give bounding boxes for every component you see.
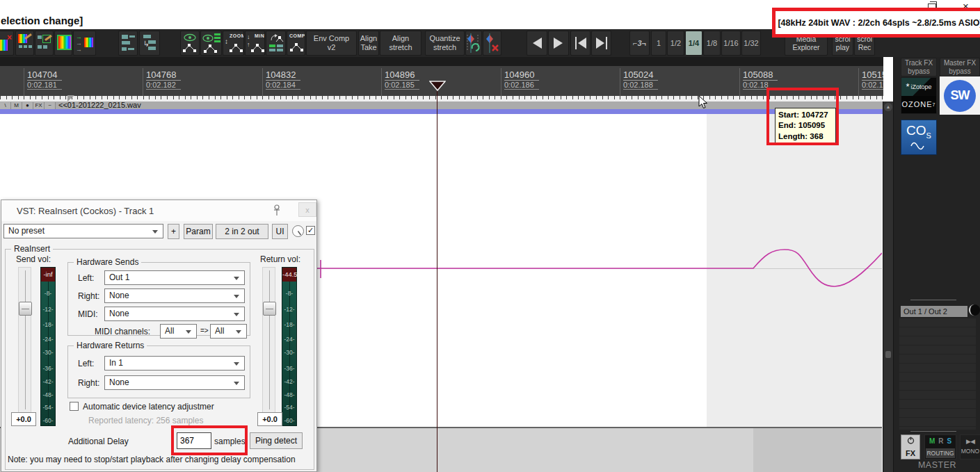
additional-delay-label: Additional Delay <box>68 437 129 446</box>
midi-ch-from-combobox[interactable]: All <box>160 324 197 339</box>
cos-plugin-tile[interactable]: COS <box>901 120 937 155</box>
send-fader-db[interactable]: +0.0 <box>11 412 36 426</box>
sw-logo-icon: SW <box>944 80 976 112</box>
enable-checkbox[interactable]: ✓ <box>306 226 315 235</box>
comp-envelope-button[interactable]: COMP <box>287 31 305 56</box>
quantize-stretch-button[interactable]: Quantize stretch <box>425 31 465 56</box>
eye-node-icon <box>182 33 198 54</box>
stretch-marker-undo-button[interactable] <box>465 31 482 56</box>
send-fader-thumb[interactable] <box>19 302 32 316</box>
paint-items-button[interactable] <box>35 31 54 56</box>
return-fader-thumb[interactable] <box>263 302 276 316</box>
down-arrow-icon: ↓ <box>247 33 250 40</box>
record-indicator[interactable]: R <box>938 437 943 445</box>
show-envelope-button[interactable] <box>180 31 200 56</box>
add-preset-button[interactable]: + <box>168 224 179 239</box>
align-stretch-button[interactable]: Align stretch <box>380 31 421 56</box>
solo-indicator[interactable]: S <box>947 437 951 445</box>
layout-a-button[interactable] <box>118 31 138 56</box>
env-comp-v2-button[interactable]: Env Comp v2 <box>306 31 357 56</box>
returns-right-label: Right: <box>78 378 99 388</box>
sine-icon <box>910 142 928 150</box>
send-volume-fader[interactable] <box>18 267 31 413</box>
tooltip-highlight <box>766 88 839 145</box>
notes-icon[interactable]: ● <box>22 102 33 109</box>
vst-dialog: VST: ReaInsert (Cockos) - Track 1 x No p… <box>1 200 317 472</box>
master-mono-button[interactable]: ▶◀ MONO <box>960 434 980 459</box>
grid-1-2-button[interactable]: 1/2 <box>667 31 684 56</box>
theme-color-button[interactable]: × <box>0 31 14 56</box>
io-slot-list[interactable] <box>899 318 976 430</box>
envelope-icon[interactable]: ~ <box>45 102 56 109</box>
show-all-envelopes-button[interactable] <box>200 31 222 56</box>
zoom-envelope-button[interactable]: ZOOM ↕ <box>223 31 244 56</box>
midi-ch-to-combobox[interactable]: All <box>210 324 247 339</box>
send-knob[interactable] <box>969 304 980 316</box>
paint-tracks-button[interactable] <box>15 31 34 56</box>
master-fx-bypass-button[interactable]: Master FX bypass <box>940 58 980 76</box>
hardware-output-row[interactable]: Out 1 / Out 2 <box>901 306 967 317</box>
next-transient-button[interactable] <box>548 31 569 56</box>
track-fx-bypass-button[interactable]: Track FX bypass <box>901 58 937 76</box>
ozone-plugin-tile[interactable]: * iZotope OZONE7 <box>901 77 937 114</box>
returns-right-combobox[interactable]: None <box>104 375 245 390</box>
sends-right-combobox[interactable]: None <box>104 288 245 303</box>
mute-indicator[interactable]: M <box>929 437 935 445</box>
io-button[interactable]: 2 in 2 out <box>216 224 268 239</box>
prev-marker-button[interactable] <box>570 31 591 56</box>
red-x-icon: × <box>7 33 12 42</box>
vst-close-button[interactable]: x <box>298 202 316 217</box>
grid-1-8-button[interactable]: 1/8 <box>703 31 721 56</box>
param-button[interactable]: Param <box>184 224 213 239</box>
rotate-envelope-lanes-button[interactable] <box>266 31 286 56</box>
item-header-strip[interactable]: \ M ● FX ~ <<01-201222_0215.wav <box>0 101 883 109</box>
return-volume-fader[interactable] <box>262 267 275 413</box>
grid-1-16-button[interactable]: 1/16 <box>721 31 741 56</box>
marker-delete-icon <box>485 33 500 53</box>
preset-combobox[interactable]: No preset <box>3 224 163 238</box>
fx-icon[interactable]: FX <box>33 102 45 109</box>
arrow-icon: → <box>76 47 82 52</box>
ui-button[interactable]: UI <box>272 224 288 239</box>
sends-midi-combobox[interactable]: None <box>104 307 245 321</box>
master-routing-button[interactable]: M R S ROUTING <box>924 434 956 459</box>
soundtoys-plugin-tile[interactable]: SW <box>940 76 980 115</box>
wet-dry-knob[interactable] <box>291 225 305 238</box>
ping-detect-button[interactable]: Ping detect <box>250 432 303 449</box>
scroll-up-icon[interactable]: ▲ <box>884 103 892 111</box>
play-cursor-icon[interactable] <box>429 81 446 92</box>
grid-1-32-button[interactable]: 1/32 <box>741 31 761 56</box>
apply-color-button[interactable]: → → → <box>73 31 96 56</box>
mute-icon[interactable]: M <box>11 102 22 109</box>
pin-icon[interactable] <box>271 204 282 218</box>
mono-speakers-icon: ▶◀ <box>961 435 980 448</box>
returns-left-combobox[interactable]: In 1 <box>104 356 245 371</box>
prev-transient-button[interactable] <box>527 31 547 56</box>
fade-icon[interactable]: \ <box>0 102 11 109</box>
return-fader-db[interactable]: +0.0 <box>257 412 282 426</box>
toolbar-gap <box>0 57 883 66</box>
next-marker-button[interactable] <box>591 31 611 56</box>
vertical-scrollbar[interactable]: ▲ <box>883 101 893 472</box>
layout-b-button[interactable]: ↳ <box>139 31 160 56</box>
item-top-bar[interactable] <box>0 109 883 114</box>
send-peak-readout: -inf <box>41 268 55 282</box>
up-arrow-icon: ↑ <box>247 41 250 48</box>
delay-note: Note: you may need to stop/start playbac… <box>8 455 296 464</box>
stretch-marker-delete-button[interactable] <box>483 31 501 56</box>
send-vol-label: Send vol: <box>16 254 51 264</box>
grid-1-button[interactable]: 1 <box>651 31 666 56</box>
auto-latency-checkbox[interactable] <box>70 402 79 411</box>
triplet-grid-button[interactable]: ⌐3¬ <box>629 31 650 56</box>
grid-1-4-button[interactable]: 1/4 <box>685 31 702 56</box>
panel-divider <box>910 431 956 432</box>
master-fx-button[interactable]: FX <box>901 434 920 459</box>
sends-midi-label: MIDI: <box>78 309 98 319</box>
scrollbar-thumb[interactable] <box>885 351 891 358</box>
minimize-envelope-button[interactable]: MiN ↓ ↑ <box>245 31 265 56</box>
left-arrow-icon <box>531 36 543 50</box>
color-gradient-button[interactable] <box>54 31 72 56</box>
vst-dialog-titlebar[interactable]: VST: ReaInsert (Cockos) - Track 1 x <box>1 200 316 221</box>
sends-left-combobox[interactable]: Out 1 <box>104 270 245 285</box>
align-take-button[interactable]: Align Take <box>358 31 379 56</box>
